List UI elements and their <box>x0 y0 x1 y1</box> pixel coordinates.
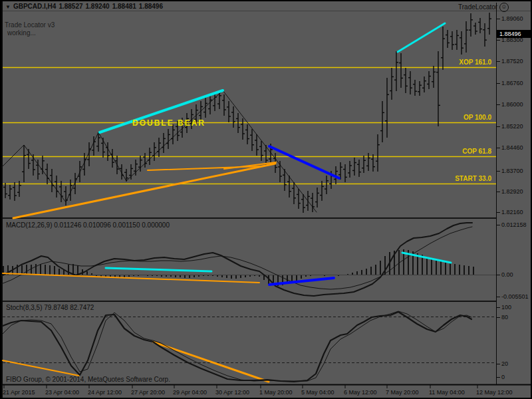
price-bar <box>68 180 72 201</box>
macd-axis-label: 0.012158 <box>501 221 527 228</box>
price-bar <box>250 129 254 151</box>
price-bar <box>422 76 426 92</box>
macd-signal-line <box>1 227 472 289</box>
price-bar <box>31 154 35 176</box>
macd-pane-label: MACD(12,26,9) 0.011246 0.010096 0.001150… <box>6 221 170 229</box>
time-axis-label: 30 Apr 12:00 <box>215 389 249 396</box>
stoch-axis-label: 100 <box>501 304 511 311</box>
macd-name: MACD(12,26,9) <box>6 221 52 229</box>
price-bar <box>483 23 487 47</box>
price-bar <box>162 133 166 153</box>
copyright-text: FIBO Group, © 2001-2014, MetaQuotes Soft… <box>6 376 170 383</box>
price-bar <box>460 31 464 55</box>
price-bar <box>115 156 119 174</box>
price-bar <box>259 141 263 161</box>
price-bar <box>385 78 389 138</box>
price-bar <box>343 164 347 182</box>
time-axis-label: 7 May 20:00 <box>386 389 419 396</box>
price-bar <box>404 68 408 93</box>
price-bar <box>3 183 7 198</box>
stoch-axis-label: 0 <box>501 374 505 380</box>
price-bar <box>13 182 17 201</box>
price-bar <box>208 94 212 114</box>
price-bar <box>78 161 82 182</box>
macd-cyan-trendline-2[interactable] <box>106 268 211 271</box>
price-bar <box>436 51 440 126</box>
price-bar <box>325 176 329 194</box>
tradelocator-label: TradeLocator <box>458 3 497 11</box>
price-bar <box>348 161 352 178</box>
price-bar <box>390 68 394 100</box>
price-axis-label: 1.82160 <box>501 209 523 215</box>
price-bar <box>366 153 370 171</box>
time-axis-label: 6 May 12:00 <box>344 389 377 396</box>
price-bar <box>455 30 459 50</box>
price-bar <box>152 142 156 161</box>
fibo-level-label: COP 61.8 <box>462 148 491 155</box>
price-bar <box>292 182 296 204</box>
price-bar <box>64 186 68 205</box>
orange-trendline-0[interactable] <box>13 164 275 218</box>
macd-axis-label: 0.00 <box>501 271 513 278</box>
current-price-tag: 1.88496 <box>497 30 532 38</box>
price-bar <box>143 153 147 168</box>
stoch-axis-label: 80 <box>501 314 508 321</box>
price-bar <box>45 164 49 184</box>
price-bar <box>315 188 319 207</box>
smiley-icon[interactable]: ☺ <box>499 3 509 12</box>
price-axis-label: 1.83700 <box>501 168 523 174</box>
price-axis-label: 1.82920 <box>501 188 523 195</box>
macd-values: 0.011246 0.010096 0.001150 0.000000 <box>54 221 170 229</box>
price-bar <box>8 185 12 200</box>
collapse-panel-icon[interactable]: ▼ <box>5 4 11 10</box>
time-axis-label: 23 Apr 04:00 <box>45 389 79 396</box>
cyan-trendline-5[interactable] <box>398 23 445 52</box>
price-bar <box>446 30 450 48</box>
price-bar <box>473 23 477 35</box>
price-bar <box>41 156 45 174</box>
chart-canvas <box>1 1 532 399</box>
macd-axis-label: -0.005501 <box>501 293 529 300</box>
price-axis-label: 1.86760 <box>501 80 523 86</box>
stoch-values: 79.8748 82.7472 <box>44 304 94 311</box>
time-axis-label: 5 May 04:00 <box>301 389 334 396</box>
price-bar <box>380 101 384 142</box>
price-bar <box>432 66 436 88</box>
price-bar <box>120 164 124 180</box>
price-bar <box>231 106 235 128</box>
price-bar <box>157 138 161 157</box>
price-bar <box>450 31 454 50</box>
stoch-orange-trendline-1[interactable] <box>153 342 269 382</box>
price-bar <box>464 21 468 53</box>
price-bar <box>418 81 422 96</box>
price-bar <box>55 176 59 198</box>
price-bar <box>87 142 91 166</box>
stoch-pane-label: Stoch(8,3,5) 79.8748 82.7472 <box>6 304 94 311</box>
tradelocator-badge: TradeLocator ☺ <box>458 3 509 12</box>
quote-low: 1.88481 <box>112 3 136 10</box>
time-axis-label: 1 May 20:00 <box>259 389 293 396</box>
price-bar <box>17 181 21 197</box>
price-bar <box>352 158 356 176</box>
trading-terminal-window: ▼GBPCAD.I,H41.885271.892401.884811.88496… <box>0 0 532 399</box>
price-bar <box>478 18 482 33</box>
price-bar <box>306 191 310 211</box>
symbol-title: GBPCAD.I,H4 <box>13 3 56 10</box>
price-bar <box>394 51 398 91</box>
price-bar <box>297 189 301 209</box>
price-bar <box>427 71 431 89</box>
price-axis-label: 1.89060 <box>501 15 523 22</box>
time-axis-label: 29 Apr 04:00 <box>173 389 207 396</box>
pattern-label: DOUBLE BEAR <box>132 118 205 128</box>
time-axis-label: 21 Apr 2015 <box>3 389 35 396</box>
price-bar <box>110 149 114 168</box>
price-bar <box>227 101 231 122</box>
price-bar <box>50 169 54 192</box>
indicator-status-line2: working... <box>7 29 36 37</box>
stoch-name: Stoch(8,3,5) <box>6 304 42 311</box>
price-bar <box>357 160 361 177</box>
price-bar <box>399 53 403 88</box>
macd-blue-trendline-1[interactable] <box>269 278 334 285</box>
price-bar <box>362 156 366 173</box>
price-bar <box>376 134 380 172</box>
